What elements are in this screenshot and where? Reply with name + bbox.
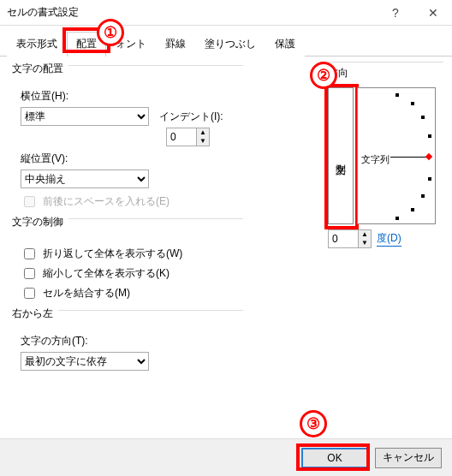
callout-3: ③: [300, 410, 327, 437]
degree-stepper[interactable]: ▲▼: [328, 229, 372, 248]
highlight-orientation: [324, 84, 359, 229]
group-label-control: 文字の制御: [12, 215, 68, 229]
degree-input[interactable]: [329, 230, 358, 247]
tab-border[interactable]: 罫線: [156, 32, 195, 57]
merge-label: セルを結合する(M): [43, 286, 130, 300]
title-bar: セルの書式設定 ? ✕: [0, 0, 452, 26]
wrap-checkbox[interactable]: [24, 248, 35, 259]
orientation-dial-text: 文字列: [361, 153, 390, 166]
v-align-select[interactable]: 中央揃え: [21, 170, 149, 188]
ok-button[interactable]: OK: [301, 448, 368, 468]
orientation-dial[interactable]: 文字列: [357, 87, 436, 224]
group-text-control: 文字の制御 折り返して全体を表示する(W) 縮小して全体を表示する(K) セルを…: [12, 218, 243, 301]
cancel-button[interactable]: キャンセル: [375, 448, 442, 468]
tab-protection[interactable]: 保護: [265, 32, 305, 57]
tab-bar: 表示形式 配置 ォント 罫線 塗りつぶし 保護 ①: [0, 26, 452, 57]
dir-select[interactable]: 最初の文字に依存: [21, 352, 149, 371]
v-align-label: 縦位置(V):: [21, 152, 243, 166]
orientation-vertical-button[interactable]: 文字列: [328, 87, 354, 224]
callout-1: ①: [97, 19, 124, 46]
orientation-dial-line: [390, 157, 428, 158]
degree-up-icon[interactable]: ▲: [359, 230, 371, 239]
dialog-content: 文字の配置 横位置(H): 標準 インデント(I): ▲▼ 縦位置(V): 中央…: [0, 57, 452, 467]
window-title: セルの書式設定: [7, 5, 79, 20]
shrink-label: 縮小して全体を表示する(K): [43, 266, 170, 281]
h-align-label: 横位置(H):: [21, 89, 243, 104]
indent-down-icon[interactable]: ▼: [197, 137, 209, 146]
group-label-rtl: 右から左: [12, 306, 58, 321]
dialog-footer: OK キャンセル: [0, 438, 452, 476]
h-align-select[interactable]: 標準: [21, 107, 149, 126]
callout-2: ②: [310, 62, 337, 89]
indent-input[interactable]: [167, 128, 196, 146]
merge-checkbox[interactable]: [24, 288, 35, 299]
distribute-checkbox: [24, 196, 35, 207]
tab-number[interactable]: 表示形式: [7, 32, 67, 57]
indent-up-icon[interactable]: ▲: [197, 128, 209, 137]
orientation-panel: ② 方向 文字列 文字列: [328, 62, 443, 248]
shrink-checkbox[interactable]: [24, 268, 35, 279]
help-button[interactable]: ?: [377, 0, 414, 26]
close-button[interactable]: ✕: [414, 0, 452, 26]
orientation-dial-handle: [425, 153, 432, 160]
dir-label: 文字の方向(T):: [21, 334, 243, 348]
indent-label: インデント(I):: [159, 110, 223, 124]
wrap-label: 折り返して全体を表示する(W): [43, 247, 182, 261]
distribute-checkbox-row: 前後にスペースを入れる(E): [21, 193, 243, 210]
group-label-layout: 文字の配置: [12, 62, 68, 76]
degree-down-icon[interactable]: ▼: [359, 239, 371, 247]
group-rtl: 右から左 文字の方向(T): 最初の文字に依存: [12, 310, 243, 371]
degree-label[interactable]: 度(D): [377, 231, 401, 247]
indent-stepper[interactable]: ▲▼: [166, 128, 210, 146]
group-text-layout: 文字の配置 横位置(H): 標準 インデント(I): ▲▼ 縦位置(V): 中央…: [12, 65, 243, 210]
distribute-label: 前後にスペースを入れる(E): [43, 194, 170, 209]
tab-fill[interactable]: 塗りつぶし: [195, 32, 265, 57]
